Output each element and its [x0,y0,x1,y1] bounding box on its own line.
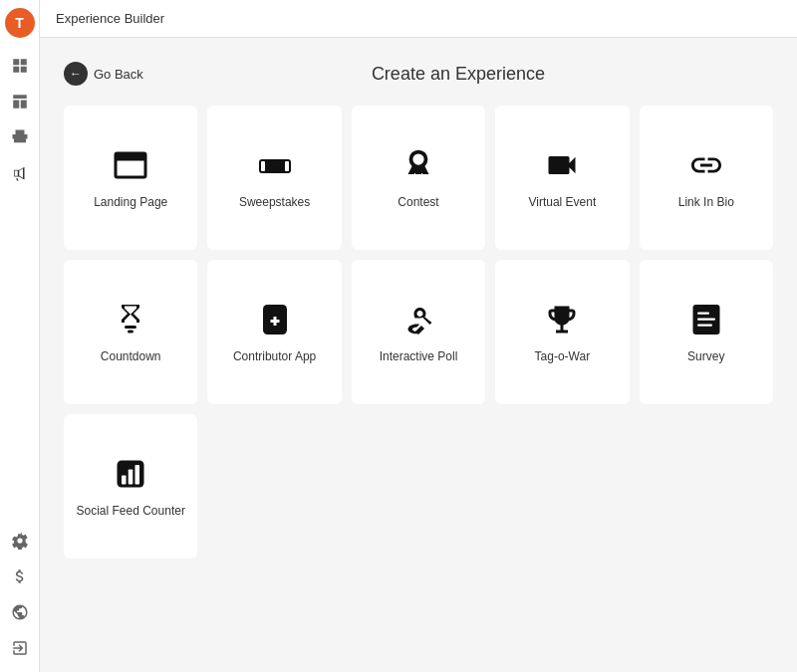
landing-page-icon [113,147,148,183]
sidebar-item-billing[interactable] [4,560,36,592]
experience-link-in-bio[interactable]: Link In Bio [640,106,773,250]
go-back-icon: ← [64,62,88,86]
countdown-label: Countdown [101,349,161,363]
svg-rect-12 [128,330,133,333]
survey-icon [688,302,724,337]
sidebar-item-layout[interactable] [4,86,36,117]
svg-rect-21 [135,465,140,485]
social-feed-counter-label: Social Feed Counter [76,504,184,518]
link-in-bio-icon [688,147,724,183]
social-feed-counter-icon [113,456,148,492]
contributor-app-label: Contributor App [233,349,316,363]
experience-contributor-app[interactable]: Contributor App [207,260,341,404]
experience-survey[interactable]: Survey [640,260,773,404]
go-back-label: Go Back [94,67,143,82]
svg-rect-11 [125,326,136,329]
sidebar: T [0,0,40,672]
countdown-icon [113,302,148,337]
experience-social-feed-counter[interactable]: Social Feed Counter [64,414,197,559]
svg-rect-5 [116,159,145,161]
experience-interactive-poll[interactable]: Interactive Poll [352,260,485,404]
tag-o-war-icon [544,302,580,337]
sweepstakes-icon [257,147,293,183]
landing-page-label: Landing Page [94,195,167,209]
svg-rect-8 [285,161,289,171]
app-logo: T [5,8,35,38]
svg-rect-10 [415,166,421,174]
header-row: ← Go Back Create an Experience [64,62,773,86]
experience-grid-row1: Landing Page Sweepstakes [64,106,773,250]
content-area: ← Go Back Create an Experience Landing P… [40,38,797,672]
top-bar: Experience Builder [40,0,797,38]
experience-sweepstakes[interactable]: Sweepstakes [207,106,341,250]
svg-rect-15 [697,312,709,314]
link-in-bio-label: Link In Bio [678,195,734,209]
contributor-app-icon [257,302,293,337]
svg-rect-19 [122,475,127,484]
go-back-button[interactable]: ← Go Back [64,62,143,86]
interactive-poll-label: Interactive Poll [380,349,458,363]
sidebar-item-print[interactable] [4,121,36,153]
sidebar-bottom [4,525,36,664]
virtual-event-label: Virtual Event [528,195,596,209]
sidebar-item-grid[interactable] [4,50,36,82]
sidebar-item-megaphone[interactable] [4,157,36,189]
svg-rect-7 [261,161,265,171]
contest-label: Contest [398,195,438,209]
svg-rect-17 [697,324,712,326]
experience-contest[interactable]: Contest [352,106,485,250]
page-title: Create an Experience [372,64,545,84]
sidebar-item-global[interactable] [4,596,36,628]
experience-tag-o-war[interactable]: Tag-o-War [495,260,629,404]
experience-grid-row3: Social Feed Counter [64,414,773,559]
svg-rect-16 [697,318,715,320]
sweepstakes-label: Sweepstakes [239,195,310,209]
tag-o-war-label: Tag-o-War [535,349,591,363]
experience-virtual-event[interactable]: Virtual Event [495,106,629,250]
survey-label: Survey [687,349,724,363]
virtual-event-icon [544,147,580,183]
sidebar-item-logout[interactable] [4,632,36,664]
sidebar-item-settings[interactable] [4,525,36,557]
experience-grid-row2: Countdown Contributor App Interactive Po… [64,260,773,404]
svg-point-9 [410,151,425,166]
top-bar-title: Experience Builder [56,11,164,26]
experience-landing-page[interactable]: Landing Page [64,106,197,250]
main-content: Experience Builder ← Go Back Create an E… [40,0,797,672]
interactive-poll-icon [400,302,436,337]
svg-rect-20 [129,469,133,484]
contest-icon [400,147,436,183]
experience-countdown[interactable]: Countdown [64,260,197,404]
